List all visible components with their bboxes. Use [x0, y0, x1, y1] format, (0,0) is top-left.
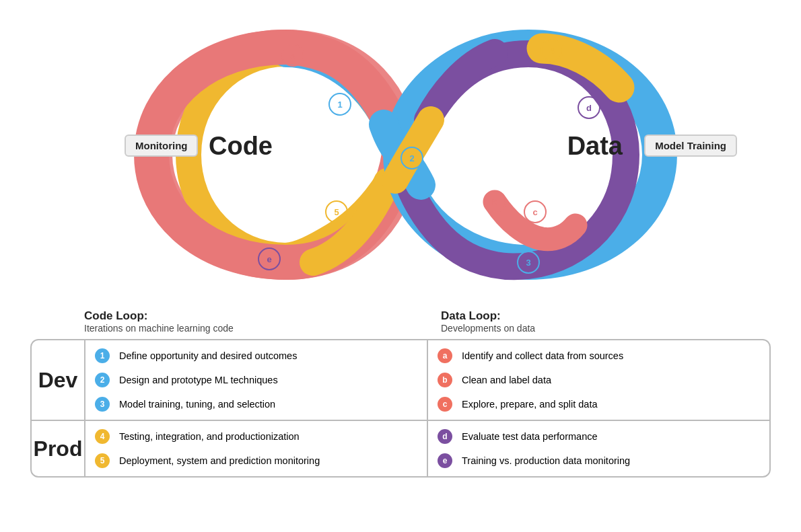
legend-item-text: Explore, prepare, and split data	[462, 399, 598, 410]
prod-data-col: d Evaluate test data performance e Train…	[428, 421, 769, 476]
svg-text:1: 1	[337, 100, 342, 110]
legend-badge: a	[436, 347, 454, 365]
legend-table: Dev 1 Define opportunity and desired out…	[30, 339, 771, 478]
svg-text:c: c	[532, 207, 537, 217]
legend-item-text: Deployment, system and prediction monito…	[119, 455, 320, 466]
legend-item-text: Training vs. production data monitoring	[462, 455, 630, 466]
code-loop-header: Code Loop: Iterations on machine learnin…	[84, 309, 414, 334]
data-loop-header: Data Loop: Developments on data	[414, 309, 771, 334]
list-item: 4 Testing, integration, and productioniz…	[94, 428, 419, 445]
svg-text:b: b	[492, 197, 497, 207]
prod-label: Prod	[32, 421, 85, 476]
list-item: 1 Define opportunity and desired outcome…	[94, 347, 419, 365]
data-loop-title: Data Loop:	[441, 309, 771, 323]
dev-label: Dev	[32, 340, 85, 420]
list-item: e Training vs. production data monitorin…	[436, 452, 761, 469]
dev-content: 1 Define opportunity and desired outcome…	[85, 340, 769, 420]
list-item: b Clean and label data	[436, 371, 761, 389]
legend-badge: 4	[94, 428, 111, 445]
code-loop-title: Code Loop:	[84, 309, 414, 323]
legend-badge: e	[436, 452, 454, 469]
data-label: Data	[567, 132, 623, 161]
legend-badge: 5	[94, 452, 111, 469]
list-item: a Identify and collect data from sources	[436, 347, 761, 365]
list-item: d Evaluate test data performance	[436, 428, 761, 445]
model-training-label: Model Training	[644, 135, 737, 157]
legend-badge: c	[436, 395, 454, 413]
legend-item-text: Evaluate test data performance	[462, 431, 598, 442]
legend-item-text: Identify and collect data from sources	[462, 350, 623, 361]
list-item: 2 Design and prototype ML techniques	[94, 371, 419, 389]
legend-badge: 1	[94, 347, 111, 365]
legend-item-text: Testing, integration, and productionizat…	[119, 431, 300, 442]
prod-content: 4 Testing, integration, and productioniz…	[85, 421, 769, 476]
code-loop-sub: Iterations on machine learning code	[84, 323, 414, 334]
legend-badge: d	[436, 428, 454, 445]
svg-text:d: d	[586, 103, 592, 113]
legend-item-text: Model training, tuning, and selection	[119, 399, 275, 410]
legend-badge: b	[436, 371, 454, 389]
svg-text:3: 3	[526, 258, 530, 268]
svg-text:4: 4	[549, 46, 555, 56]
svg-text:a: a	[290, 50, 295, 61]
svg-text:e: e	[267, 254, 271, 264]
legend-item-text: Define opportunity and desired outcomes	[119, 350, 297, 361]
data-loop-sub: Developments on data	[441, 323, 771, 334]
legend-item-text: Design and prototype ML techniques	[119, 375, 278, 385]
prod-code-col: 4 Testing, integration, and productioniz…	[85, 421, 427, 476]
legend-headers: Code Loop: Iterations on machine learnin…	[30, 309, 771, 334]
dev-code-col: 1 Define opportunity and desired outcome…	[85, 340, 427, 420]
svg-text:5: 5	[334, 207, 339, 217]
monitoring-label: Monitoring	[125, 135, 198, 157]
legend-item-text: Clean and label data	[462, 375, 551, 385]
prod-section: Prod 4 Testing, integration, and product…	[32, 421, 769, 476]
dev-data-col: a Identify and collect data from sources…	[428, 340, 769, 420]
list-item: 5 Deployment, system and prediction moni…	[94, 452, 419, 469]
legend-badge: 3	[94, 395, 111, 413]
code-label: Code	[209, 132, 273, 161]
legend-badge: 2	[94, 371, 111, 389]
list-item: c Explore, prepare, and split data	[436, 395, 761, 413]
dev-section: Dev 1 Define opportunity and desired out…	[32, 340, 769, 420]
list-item: 3 Model training, tuning, and selection	[94, 395, 419, 413]
svg-text:2: 2	[409, 153, 414, 163]
diagram-area: a 1 4 d 2 b c 5 e 3 Monitoring Code Data…	[0, 0, 801, 309]
legend-area: Code Loop: Iterations on machine learnin…	[30, 309, 771, 478]
